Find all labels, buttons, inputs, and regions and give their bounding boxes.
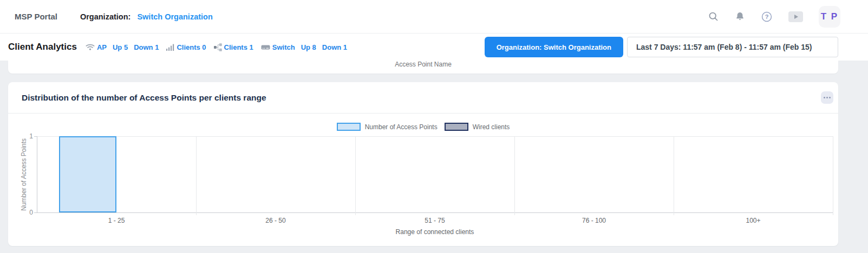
signal-bars-icon [166, 44, 174, 51]
status-ap[interactable]: AP Up 5 Down 1 [86, 43, 159, 51]
previous-chart-footer: Access Point Name [8, 61, 838, 74]
content-area: Access Point Name Distribution of the nu… [0, 61, 868, 246]
v-gridline [833, 136, 833, 215]
card-title: Distribution of the number of Access Poi… [22, 93, 821, 103]
bell-icon[interactable] [735, 11, 745, 22]
previous-chart-axis-label: Access Point Name [395, 61, 452, 68]
status-group: AP Up 5 Down 1 Clients 0 Clients 1 [86, 43, 355, 51]
status-wireless-clients-label: Clients 0 [177, 43, 206, 51]
status-switch-up: Up 8 [301, 43, 316, 51]
topbar-actions: ? T P [708, 6, 840, 28]
v-gridline [514, 136, 515, 215]
y-tick-mark [34, 212, 37, 213]
y-tick-label: 0 [17, 209, 33, 216]
status-ap-up: Up 5 [113, 43, 128, 51]
help-icon[interactable]: ? [761, 11, 773, 23]
card-header: Distribution of the number of Access Poi… [8, 82, 838, 114]
v-gridline [196, 136, 197, 215]
status-ap-label: AP [97, 43, 107, 51]
topology-icon [214, 43, 222, 51]
search-icon[interactable] [708, 11, 719, 22]
x-tick-label: 76 - 100 [514, 217, 674, 224]
y-tick-mark [34, 136, 37, 137]
x-tick-label: 100+ [674, 217, 833, 224]
legend-item[interactable]: Wired clients [445, 123, 510, 131]
wifi-icon [86, 43, 95, 51]
status-wireless-clients[interactable]: Clients 0 [166, 43, 206, 51]
analytics-toolbar: Client Analytics AP Up 5 Down 1 Clients … [0, 34, 868, 61]
bar-1 - 25[interactable] [59, 136, 116, 212]
legend-swatch [445, 123, 468, 131]
organization-filter-button[interactable]: Organization: Switch Organization [485, 37, 623, 57]
avatar[interactable]: T P [819, 6, 840, 28]
status-switch-label: Switch [272, 43, 295, 51]
video-play-icon[interactable] [788, 11, 803, 22]
ellipsis-dot [824, 97, 825, 98]
status-switch-down: Down 1 [322, 43, 347, 51]
status-switch[interactable]: Switch Up 8 Down 1 [261, 43, 347, 51]
x-tick-label: 51 - 75 [355, 217, 514, 224]
organization-link[interactable]: Switch Organization [137, 12, 212, 21]
y-tick-label: 1 [17, 132, 33, 140]
x-axis-title: Range of connected clients [37, 228, 833, 236]
svg-text:?: ? [765, 13, 769, 19]
legend-label: Wired clients [473, 123, 510, 131]
h-gridline [37, 136, 833, 137]
card-gap [0, 74, 868, 82]
top-bar: MSP Portal Organization: Switch Organiza… [0, 0, 868, 34]
play-triangle [794, 15, 798, 19]
ellipsis-dot [829, 97, 831, 98]
x-tick-label: 1 - 25 [37, 217, 196, 224]
organization-label: Organization: [80, 12, 130, 21]
distribution-chart-card: Distribution of the number of Access Poi… [8, 82, 838, 246]
chart-body: Number of Access PointsWired clients Num… [8, 114, 838, 246]
x-axis-category-labels: 1 - 2526 - 5051 - 7576 - 100100+ [37, 217, 833, 224]
legend-swatch [337, 123, 361, 131]
v-gridline [674, 136, 674, 215]
ellipsis-dot [826, 97, 828, 98]
status-wired-clients-label: Clients 1 [224, 43, 253, 51]
y-axis-title: Number of Access Points [20, 136, 28, 212]
legend-item[interactable]: Number of Access Points [337, 123, 438, 131]
brand-title[interactable]: MSP Portal [15, 12, 57, 21]
card-menu-button[interactable] [821, 91, 833, 104]
organization-breadcrumb: Organization: Switch Organization [80, 12, 213, 21]
v-gridline [355, 136, 356, 215]
chart-legend: Number of Access PointsWired clients [8, 123, 838, 131]
status-ap-down: Down 1 [134, 43, 159, 51]
switch-icon [261, 44, 270, 51]
status-wired-clients[interactable]: Clients 1 [214, 43, 253, 51]
date-range-picker[interactable]: Last 7 Days: 11:57 am (Feb 8) - 11:57 am… [627, 37, 838, 57]
page-title: Client Analytics [8, 42, 77, 52]
x-tick-label: 26 - 50 [196, 217, 355, 224]
plot-area [37, 136, 833, 213]
legend-label: Number of Access Points [365, 123, 438, 131]
